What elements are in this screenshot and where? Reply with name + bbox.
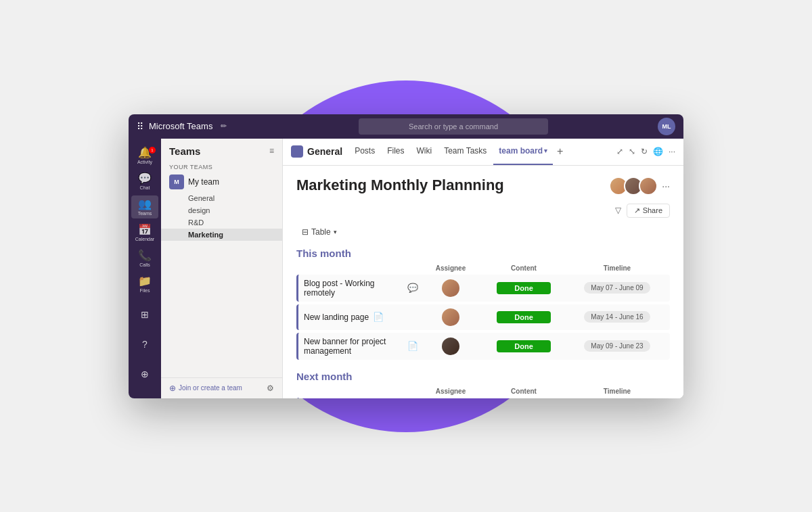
- files-label: Files: [140, 288, 150, 293]
- sidebar-item-teams[interactable]: 👥 Teams: [131, 195, 158, 218]
- table-headers-thismonth: Assignee Content Timeline: [296, 264, 670, 275]
- content-area: Marketing Monthly Plannning ··· ▽: [283, 166, 683, 398]
- sidebar-item-chat[interactable]: 💬 Chat: [131, 170, 158, 193]
- sidebar-item-calendar[interactable]: 📅 Calendar: [131, 221, 158, 244]
- globe-icon[interactable]: 🌐: [653, 147, 663, 156]
- sidebar-item-help[interactable]: ?: [131, 331, 158, 358]
- app-title: Microsoft Teams: [149, 121, 212, 131]
- files-icon: 📁: [138, 275, 152, 287]
- edit-icon[interactable]: ✏: [221, 122, 227, 131]
- tab-files[interactable]: Files: [382, 139, 409, 166]
- tab-teamboard[interactable]: team board ▾: [493, 139, 553, 166]
- title-bar-right: ML: [641, 118, 675, 135]
- sidebar-item-create-team[interactable]: ⊕: [131, 360, 158, 388]
- search-input[interactable]: [359, 118, 548, 135]
- content-badge-2: Done: [497, 311, 551, 323]
- team-avatar-myteam: M: [169, 174, 184, 189]
- board-header: Marketing Monthly Plannning ···: [296, 177, 670, 195]
- teams-settings-icon[interactable]: ⚙: [267, 383, 274, 393]
- header-assignee: Assignee: [424, 264, 478, 272]
- search-area: [265, 118, 641, 135]
- timeline-badge-2: May 14 - June 16: [584, 311, 650, 323]
- task-name-cell-1: Blog post - Working remotely 💬: [304, 279, 418, 298]
- task-attach-icon-3: 📄: [407, 341, 418, 351]
- sidebar-bottom: ⊕ Join or create a team ⚙: [161, 377, 282, 398]
- member-avatars: [609, 177, 658, 195]
- refresh-icon[interactable]: ↻: [641, 147, 648, 156]
- nav-sidebar: 🔔 1 Activity 💬 Chat 👥 Teams 📅 Calendar 📞…: [129, 139, 161, 398]
- team-name-myteam: My team: [188, 177, 264, 187]
- maximize-icon[interactable]: ⤡: [629, 147, 635, 156]
- header-content-next: Content: [483, 388, 564, 395]
- content-badge-3: Done: [497, 340, 551, 352]
- join-team-button[interactable]: ⊕ Join or create a team: [169, 383, 242, 393]
- assignee-cell-3: [424, 338, 478, 355]
- create-team-icon: ⊕: [141, 369, 149, 379]
- apps-grid-icon[interactable]: ⠿: [137, 121, 143, 132]
- join-team-label: Join or create a team: [179, 384, 242, 392]
- tab-teamboard-label: team board: [499, 146, 543, 156]
- sidebar-item-calls[interactable]: 📞 Calls: [131, 247, 158, 270]
- board-more-button[interactable]: ···: [662, 181, 670, 191]
- channel-item-rd[interactable]: R&D: [161, 216, 282, 229]
- table-label: Table: [311, 227, 331, 237]
- timeline-cell-3: May 09 - June 23: [570, 340, 664, 352]
- timeline-badge-1: May 07 - June 09: [584, 282, 650, 294]
- assignee-cell-1: [424, 279, 478, 297]
- member-avatar-3: [639, 177, 658, 195]
- teams-window: ⠿ Microsoft Teams ✏ ML 🔔 1 Activity 💬 Ch…: [129, 114, 683, 398]
- task-name-2: New landing page: [304, 312, 369, 322]
- sidebar-item-activity[interactable]: 🔔 1 Activity: [131, 144, 158, 167]
- tab-teamtasks[interactable]: Team Tasks: [438, 139, 492, 166]
- section-title-nextmonth: Next month: [296, 371, 670, 382]
- content-cell-1: Done: [483, 282, 564, 294]
- sidebar-filter-icon[interactable]: ≡: [269, 146, 274, 156]
- teams-icon: 👥: [138, 197, 152, 210]
- assignee-cell-2: [424, 308, 478, 326]
- chat-label: Chat: [140, 185, 150, 190]
- channel-item-general[interactable]: General: [161, 192, 282, 204]
- main-panel: General Posts Files Wiki Team Tasks team…: [283, 139, 683, 398]
- user-avatar[interactable]: ML: [658, 118, 675, 135]
- add-tab-button[interactable]: +: [554, 145, 566, 158]
- sidebar-item-files[interactable]: 📁 Files: [131, 273, 158, 296]
- more-options-icon[interactable]: ···: [669, 147, 675, 156]
- table-headers-nextmonth: Assignee Content Timeline: [296, 388, 670, 398]
- task-row-3: New banner for project management 📄 Done…: [296, 333, 670, 360]
- team-item-myteam[interactable]: M My team ···: [161, 172, 282, 192]
- content-cell-3: Done: [483, 340, 564, 352]
- section-thismonth: This month Assignee Content Timeline Blo…: [296, 248, 670, 360]
- tab-teamboard-arrow: ▾: [544, 147, 547, 154]
- task-row-2: New landing page 📄 Done May 14 - June 16: [296, 304, 670, 330]
- task-row-1: Blog post - Working remotely 💬 Done May …: [296, 275, 670, 302]
- filter-button[interactable]: ▽: [615, 206, 621, 215]
- assignee-avatar-3: [442, 338, 459, 355]
- calls-icon: 📞: [138, 249, 152, 262]
- timeline-cell-2: May 14 - June 16: [570, 311, 664, 323]
- help-icon: ?: [142, 339, 148, 350]
- join-team-icon: ⊕: [169, 383, 176, 393]
- header-content: Content: [483, 264, 564, 272]
- task-name-3: New banner for project management: [304, 337, 403, 356]
- channel-item-design[interactable]: design: [161, 204, 282, 216]
- content-badge-1: Done: [497, 282, 551, 294]
- title-bar-left: ⠿ Microsoft Teams ✏: [137, 121, 265, 132]
- calendar-label: Calendar: [135, 237, 154, 241]
- share-button[interactable]: ↗ Share: [627, 204, 670, 218]
- timeline-cell-1: May 07 - June 09: [570, 282, 664, 294]
- filter-share-row: ▽ ↗ Share: [296, 204, 670, 218]
- table-view-row: ⊟ Table ▾: [296, 225, 670, 239]
- table-view-toggle[interactable]: ⊟ Table ▾: [296, 225, 342, 239]
- expand-icon[interactable]: ⤢: [616, 147, 623, 156]
- your-teams-label: Your teams: [161, 161, 282, 172]
- channel-item-marketing[interactable]: Marketing: [161, 229, 282, 241]
- assignee-avatar-1: [442, 279, 459, 297]
- sidebar-item-apps[interactable]: ⊞: [131, 301, 158, 328]
- tab-wiki[interactable]: Wiki: [411, 139, 438, 166]
- tab-posts[interactable]: Posts: [349, 139, 380, 166]
- table-arrow: ▾: [334, 229, 337, 235]
- calendar-icon: 📅: [138, 223, 152, 236]
- task-name-cell-2: New landing page 📄: [304, 312, 418, 322]
- tab-teamboard-inner: team board ▾: [499, 146, 547, 156]
- apps-icon: ⊞: [141, 309, 149, 320]
